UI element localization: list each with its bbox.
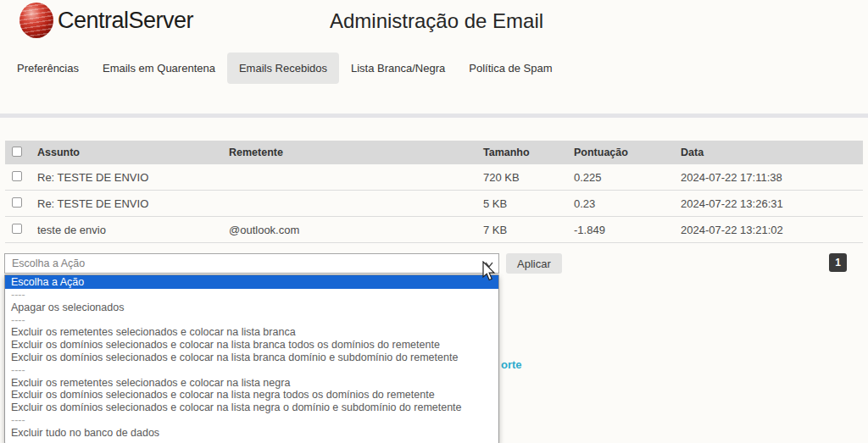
email-date: 2024-07-22 13:26:31 bbox=[681, 197, 863, 210]
email-sender: @outlook.com bbox=[229, 224, 483, 236]
action-dropdown-list: Escolha a Ação ---- Apagar os selecionad… bbox=[4, 274, 499, 443]
column-header-data: Data bbox=[681, 147, 863, 158]
dropdown-option[interactable]: Excluir os domínios selecionados e coloc… bbox=[5, 401, 498, 414]
dropdown-option[interactable]: Excluir os domínios selecionados e coloc… bbox=[5, 389, 498, 401]
email-subject: Re: TESTE DE ENVIO bbox=[37, 197, 229, 210]
email-score: -1.849 bbox=[574, 224, 681, 236]
table-row: Re: TESTE DE ENVIO 720 KB 0.225 2024-07-… bbox=[5, 164, 863, 191]
table-row: Re: TESTE DE ENVIO 5 KB 0.23 2024-07-22 … bbox=[5, 191, 863, 217]
dropdown-option[interactable]: Excluir tudo no banco de dados bbox=[5, 427, 498, 440]
dropdown-option[interactable]: Excluir os remetentes selecionados e col… bbox=[5, 377, 498, 390]
table-header-row: Assunto Remetente Tamanho Pontuação Data bbox=[5, 141, 863, 164]
row-checkbox[interactable] bbox=[12, 197, 22, 208]
action-select-value: Escolha a Ação bbox=[12, 257, 85, 269]
email-size: 5 KB bbox=[483, 197, 574, 210]
action-select[interactable]: Escolha a Ação bbox=[4, 253, 499, 274]
page-title: Administração de Email bbox=[330, 9, 543, 33]
dropdown-option-separator: ---- bbox=[5, 364, 498, 377]
dropdown-option-separator: ---- bbox=[5, 414, 498, 427]
column-header-assunto: Assunto bbox=[37, 147, 229, 158]
brand-name: CentralServer bbox=[58, 8, 193, 34]
header-checkbox-cell bbox=[5, 147, 37, 159]
tab-emails-em-quarentena[interactable]: Emails em Quarentena bbox=[91, 53, 227, 84]
row-checkbox[interactable] bbox=[12, 224, 22, 234]
dropdown-option-separator: ---- bbox=[5, 289, 498, 302]
email-date: 2024-07-22 17:11:38 bbox=[681, 171, 863, 184]
tab-emails-recebidos[interactable]: Emails Recebidos bbox=[227, 53, 339, 84]
page-number-badge[interactable]: 1 bbox=[829, 253, 847, 272]
email-score: 0.23 bbox=[574, 197, 681, 210]
email-date: 2024-07-22 13:21:02 bbox=[681, 224, 863, 236]
tab-politica-de-spam[interactable]: Política de Spam bbox=[457, 53, 564, 84]
chevron-down-icon bbox=[484, 259, 494, 269]
apply-button[interactable]: Aplicar bbox=[506, 253, 562, 274]
tab-preferencias[interactable]: Preferências bbox=[5, 53, 91, 84]
select-all-checkbox[interactable] bbox=[12, 147, 22, 157]
email-size: 7 KB bbox=[483, 224, 574, 236]
email-score: 0.225 bbox=[574, 171, 681, 184]
section-divider bbox=[0, 114, 868, 118]
dropdown-option[interactable]: Excluir os domínios selecionados e coloc… bbox=[5, 352, 498, 364]
dropdown-option[interactable]: Apagar os selecionados bbox=[5, 302, 498, 314]
dropdown-option[interactable]: Excluir os domínios selecionados e coloc… bbox=[5, 339, 498, 352]
email-size: 720 KB bbox=[483, 171, 574, 184]
received-emails-table: Assunto Remetente Tamanho Pontuação Data… bbox=[5, 141, 863, 243]
email-subject: Re: TESTE DE ENVIO bbox=[37, 171, 229, 184]
email-subject: teste de envio bbox=[37, 224, 229, 236]
column-header-pontuacao: Pontuação bbox=[574, 147, 681, 158]
dropdown-option[interactable]: Escolha a Ação bbox=[5, 275, 498, 289]
column-header-remetente: Remetente bbox=[229, 147, 483, 158]
centralserver-logo-icon bbox=[19, 3, 53, 38]
column-header-tamanho: Tamanho bbox=[483, 147, 574, 158]
dropdown-option[interactable]: Excluir os remetentes selecionados e col… bbox=[5, 326, 498, 339]
tab-bar: Preferências Emails em Quarentena Emails… bbox=[5, 53, 565, 84]
tab-lista-branca-negra[interactable]: Lista Branca/Negra bbox=[339, 53, 457, 84]
row-checkbox[interactable] bbox=[12, 171, 22, 181]
support-link-partial[interactable]: orte bbox=[501, 358, 522, 371]
dropdown-option-separator: ---- bbox=[5, 314, 498, 327]
table-row: teste de envio @outlook.com 7 KB -1.849 … bbox=[5, 217, 863, 243]
